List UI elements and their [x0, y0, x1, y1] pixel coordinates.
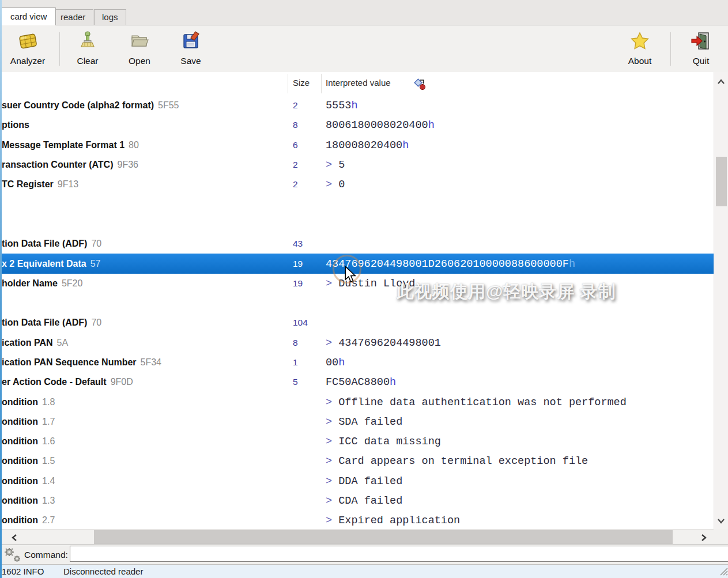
row-interpreted-value: > SDA failed [326, 415, 402, 428]
window-left-border [0, 0, 2, 578]
row-interpreted-value: 180008020400h [326, 139, 409, 151]
row-tag: 80 [129, 140, 139, 150]
horizontal-scrollbar[interactable] [0, 529, 714, 545]
row-tag: 1.8 [42, 397, 55, 407]
table-row[interactable]: er Action Code - Default9F0D5FC50AC8800h [0, 372, 714, 392]
row-tag: 70 [91, 239, 101, 248]
exit-door-icon [690, 30, 712, 54]
row-name: tion Data File (ADF)70 [2, 318, 101, 328]
table-header: Size Interpreted value [0, 72, 714, 96]
value-arrow-prefix: > [326, 436, 338, 448]
application-window: card view reader logs Analyzer [0, 0, 728, 578]
star-icon [629, 30, 651, 54]
row-size: 8 [293, 120, 298, 130]
row-interpreted-value: > 5 [326, 159, 345, 171]
value-arrow-prefix: > [326, 415, 338, 428]
tab-card-view[interactable]: card view [1, 7, 56, 25]
table-row[interactable]: ication PAN Sequence Number5F34100h [0, 353, 714, 372]
row-size: 1 [293, 357, 298, 368]
table-row[interactable]: Message Template Format 1806180008020400… [0, 135, 714, 155]
row-tag: 1.3 [42, 496, 55, 505]
open-button[interactable]: Open [119, 30, 160, 66]
clear-button[interactable]: Clear [67, 30, 108, 66]
horizontal-scrollbar-thumb[interactable] [94, 530, 673, 544]
column-header-interpreted-value[interactable]: Interpreted value [326, 78, 391, 88]
table-row[interactable]: ondition1.6> ICC data missing [0, 432, 714, 451]
sort-interpreted-icon[interactable] [413, 77, 427, 93]
row-size: 5 [293, 377, 298, 387]
row-interpreted-value: > 4347696204498001 [326, 337, 441, 349]
row-name: ondition1.8 [2, 397, 55, 407]
quit-button[interactable]: Quit [681, 30, 721, 66]
table-row[interactable]: ondition1.3> CDA failed [0, 491, 714, 511]
column-separator [321, 74, 322, 93]
row-name: ondition1.6 [2, 436, 55, 447]
table-row[interactable]: ication PAN5A8> 4347696204498001 [0, 333, 714, 353]
open-label: Open [129, 56, 150, 66]
table-row[interactable]: ptions88006180008020400h [0, 115, 714, 135]
table-row[interactable]: tion Data File (ADF)7043 [0, 234, 714, 254]
value-arrow-prefix: > [326, 455, 338, 467]
row-interpreted-value: FC50AC8800h [326, 376, 396, 388]
scroll-up-icon[interactable] [717, 77, 725, 87]
row-size: 104 [293, 318, 308, 328]
row-name: ondition1.7 [2, 417, 55, 427]
scroll-right-icon[interactable] [701, 534, 707, 544]
row-size: 2 [293, 179, 298, 190]
value-arrow-prefix: > [326, 159, 338, 171]
floppy-disk-icon [180, 30, 202, 54]
tab-logs[interactable]: logs [94, 9, 126, 25]
table-row-empty[interactable] [0, 194, 714, 214]
row-name: x 2 Equivalent Data57 [2, 259, 101, 269]
table-row[interactable]: ondition1.5> Card appears on terminal ex… [0, 451, 714, 471]
table-row[interactable]: ransaction Counter (ATC)9F362> 5 [0, 155, 714, 175]
folder-icon [129, 30, 150, 54]
scroll-down-icon[interactable] [717, 516, 725, 526]
tab-reader[interactable]: reader [52, 9, 93, 25]
column-header-size[interactable]: Size [293, 78, 310, 88]
row-name: ptions [2, 120, 29, 130]
row-interpreted-value: 4347696204498001D26062010000088600000Fh [326, 258, 575, 270]
value-arrow-prefix: > [326, 515, 338, 527]
hex-suffix: h [569, 258, 575, 270]
command-input[interactable] [70, 546, 728, 562]
table-row[interactable]: ondition1.7> SDA failed [0, 412, 714, 432]
table-row[interactable]: suer Country Code (alpha2 format)5F55255… [0, 96, 714, 115]
table-row[interactable]: ondition2.7> Expired application [0, 511, 714, 529]
analyzer-button[interactable]: Analyzer [5, 30, 50, 66]
tab-bar: card view reader logs [0, 7, 728, 25]
row-tag: 9F36 [117, 160, 138, 169]
row-tag: 5F34 [141, 357, 161, 367]
hex-suffix: h [390, 376, 396, 388]
command-label: Command: [24, 550, 68, 560]
about-button[interactable]: About [620, 30, 660, 66]
row-name: TC Register9F13 [2, 179, 78, 190]
row-tag: 5F55 [158, 100, 179, 110]
mouse-cursor [344, 266, 357, 286]
save-button[interactable]: Save [171, 30, 211, 66]
row-interpreted-value: 00h [326, 357, 345, 369]
column-separator [288, 74, 288, 93]
row-name: suer Country Code (alpha2 format)5F55 [2, 100, 179, 111]
value-arrow-prefix: > [326, 495, 338, 507]
vertical-scrollbar-thumb[interactable] [716, 157, 727, 206]
status-bar: 1602 INFO Disconnected reader [0, 564, 728, 578]
table-row[interactable]: ondition1.8> Offline data authentication… [0, 392, 714, 411]
row-name: ondition2.7 [2, 515, 55, 526]
hex-suffix: h [351, 100, 357, 112]
hex-suffix: h [428, 119, 435, 131]
table-rows: suer Country Code (alpha2 format)5F55255… [0, 96, 714, 529]
row-size: 6 [293, 140, 298, 150]
table-row[interactable]: TC Register9F132> 0 [0, 175, 714, 194]
table-row-empty[interactable] [0, 214, 714, 234]
resize-grip[interactable] [716, 564, 728, 578]
row-size: 43 [293, 239, 303, 249]
vertical-scrollbar[interactable] [714, 72, 728, 529]
table-row[interactable]: tion Data File (ADF)70104 [0, 313, 714, 333]
row-size: 8 [293, 338, 298, 348]
quit-label: Quit [693, 56, 709, 66]
scroll-left-icon[interactable] [12, 534, 17, 544]
table-row[interactable]: ondition1.4> DDA failed [0, 471, 714, 491]
row-interpreted-value: > 0 [326, 179, 345, 191]
clear-label: Clear [77, 56, 98, 66]
